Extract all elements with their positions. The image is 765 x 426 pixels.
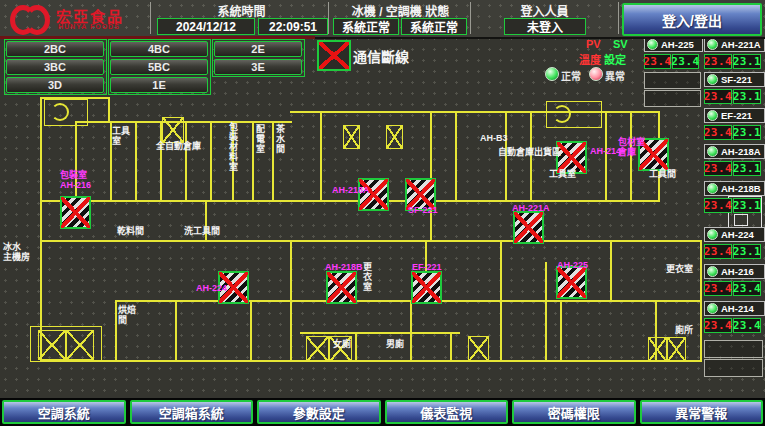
stair-icon bbox=[343, 125, 360, 149]
stair-icon bbox=[66, 330, 94, 360]
nav-alarm-button[interactable]: 異常警報 bbox=[640, 400, 764, 424]
floor-button-3bc[interactable]: 3BC bbox=[6, 59, 104, 75]
ahu-offline-icon[interactable] bbox=[513, 211, 544, 244]
nav-meter-monitor-button[interactable]: 儀表監視 bbox=[385, 400, 509, 424]
map-room-label: 廁所 bbox=[675, 325, 693, 335]
floorplan-detail bbox=[734, 214, 748, 226]
nav-ac-system-button[interactable]: 空調系統 bbox=[2, 400, 126, 424]
unit-sv-value: 23.4 bbox=[733, 318, 761, 333]
unit-led-icon bbox=[647, 39, 658, 50]
unit-sv-value: 23.1 bbox=[733, 125, 761, 140]
unit-tile-ah-218b[interactable]: AH-218B bbox=[704, 181, 765, 196]
map-unit-label: AH-225 bbox=[557, 260, 588, 270]
map-unit-label: EF-221 bbox=[412, 262, 442, 272]
chiller-status-value: 系統正常 bbox=[333, 18, 399, 35]
map-room-label: 乾料間 bbox=[117, 226, 144, 236]
map-room-label: 男廁 bbox=[386, 339, 404, 349]
wall bbox=[272, 121, 274, 200]
unit-tile-ah-216[interactable]: AH-216 bbox=[704, 264, 765, 279]
wall bbox=[410, 300, 412, 362]
ahu-offline-icon[interactable] bbox=[326, 271, 357, 304]
unit-pv-value: 23.4 bbox=[704, 54, 732, 69]
unit-tile-sf-221[interactable]: SF-221 bbox=[704, 72, 765, 87]
stair-icon bbox=[162, 117, 184, 143]
unit-tile-ah-214[interactable]: AH-214 bbox=[704, 301, 765, 316]
wall bbox=[40, 200, 660, 202]
map-unit-label: SF-221 bbox=[408, 205, 438, 215]
unit-pv-value: 23.4 bbox=[704, 281, 732, 296]
unit-tile-ah-221a[interactable]: AH-221A bbox=[704, 37, 765, 52]
login-logout-button[interactable]: 登入/登出 bbox=[622, 3, 762, 36]
unit-led-icon bbox=[707, 146, 718, 157]
comm-offline-label: 通信斷線 bbox=[353, 46, 409, 66]
unit-pv-value: 23.4 bbox=[704, 198, 732, 213]
ahu-offline-icon[interactable] bbox=[556, 266, 587, 299]
floor-button-4bc[interactable]: 4BC bbox=[110, 41, 208, 57]
unit-name-label: AH-225 bbox=[661, 39, 694, 50]
map-unit-label: AH-224 bbox=[196, 283, 227, 293]
unit-sv-value: 23.1 bbox=[733, 244, 761, 259]
wall bbox=[430, 111, 432, 242]
map-unit-label: AH-218A bbox=[332, 185, 370, 195]
company-name-en: HUNYA FOODS bbox=[58, 23, 120, 30]
unit-sv-value: 23.4 bbox=[672, 54, 699, 69]
unit-sv-value: 23.1 bbox=[733, 161, 761, 176]
unit-led-icon bbox=[707, 74, 718, 85]
wall bbox=[320, 111, 322, 202]
wall bbox=[450, 332, 452, 362]
wall bbox=[560, 300, 562, 362]
unit-name-label: AH-214 bbox=[721, 303, 754, 314]
unit-pv-value: 23.4 bbox=[704, 161, 732, 176]
unit-name-label: AH-216 bbox=[721, 266, 754, 277]
unit-led-icon bbox=[707, 266, 718, 277]
unit-led-icon bbox=[707, 229, 718, 240]
nav-password-auth-button[interactable]: 密碼權限 bbox=[512, 400, 636, 424]
nav-parameter-set-button[interactable]: 參數設定 bbox=[257, 400, 381, 424]
nav-ahu-system-button[interactable]: 空調箱系統 bbox=[130, 400, 254, 424]
floor-button-2bc[interactable]: 2BC bbox=[6, 41, 104, 57]
company-logo-icon bbox=[10, 3, 50, 33]
unit-tile-ah-218a[interactable]: AH-218A bbox=[704, 144, 765, 159]
map-room-label: 工具室 bbox=[549, 169, 576, 179]
unit-name-label: AH-224 bbox=[721, 229, 754, 240]
map-unit-label: AH-218B bbox=[325, 262, 363, 272]
map-room-label: 女廁 bbox=[333, 339, 351, 349]
empty-slot bbox=[644, 90, 701, 107]
system-date-value: 2024/12/12 bbox=[157, 18, 255, 35]
empty-slot bbox=[704, 340, 763, 358]
unit-name-label: EF-221 bbox=[721, 110, 752, 121]
machine-status-label: 冰機 / 空調機 狀態 bbox=[332, 2, 469, 19]
legend-abnormal-label: 異常 bbox=[605, 68, 625, 83]
stair-icon bbox=[648, 337, 667, 362]
unit-sv-value: 23.1 bbox=[733, 54, 761, 69]
divider bbox=[470, 2, 471, 34]
ahu-offline-icon[interactable] bbox=[411, 271, 442, 304]
ahu-offline-icon[interactable] bbox=[60, 196, 91, 229]
stair-icon bbox=[468, 336, 489, 362]
floor-button-1e[interactable]: 1E bbox=[110, 77, 208, 93]
floor-button-5bc[interactable]: 5BC bbox=[110, 59, 208, 75]
wall bbox=[455, 111, 457, 202]
stair-ramp-icon bbox=[546, 101, 602, 128]
divider bbox=[150, 2, 151, 34]
unit-sv-value: 23.4 bbox=[733, 281, 761, 296]
wall bbox=[108, 97, 110, 123]
comm-offline-icon bbox=[317, 40, 351, 71]
map-room-label: 配電室 bbox=[255, 124, 265, 154]
map-room-label: 冰水 主機房 bbox=[3, 242, 30, 262]
wall bbox=[115, 300, 117, 362]
floor-button-2e[interactable]: 2E bbox=[214, 41, 302, 57]
map-unit-label: AH-214 bbox=[590, 146, 621, 156]
map-room-label: 茶水間 bbox=[275, 124, 285, 154]
unit-tile-ah-225[interactable]: AH-225 bbox=[644, 37, 703, 52]
normal-led-icon bbox=[545, 67, 559, 81]
unit-tile-ah-224[interactable]: AH-224 bbox=[704, 227, 765, 242]
floor-button-3d[interactable]: 3D bbox=[6, 77, 104, 93]
abnormal-led-icon bbox=[589, 67, 603, 81]
unit-tile-ef-221[interactable]: EF-221 bbox=[704, 108, 765, 123]
wall bbox=[135, 121, 137, 200]
legend-normal-label: 正常 bbox=[561, 68, 581, 83]
unit-name-label: AH-218A bbox=[721, 146, 761, 157]
wall bbox=[605, 111, 607, 202]
floor-button-3e[interactable]: 3E bbox=[214, 59, 302, 75]
